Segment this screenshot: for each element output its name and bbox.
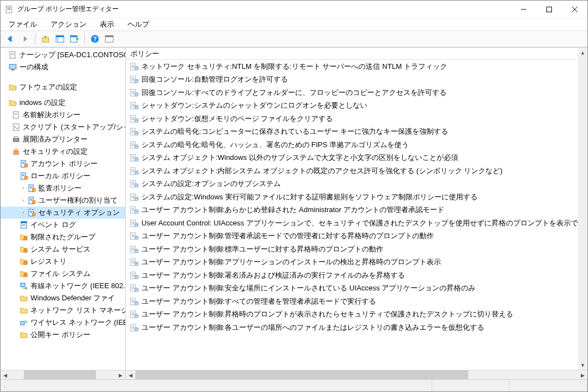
tree-item[interactable]: indows の設定 <box>1 97 125 109</box>
svg-point-50 <box>32 213 36 216</box>
tree-expander-icon[interactable]: › <box>19 209 27 217</box>
status-segment-2 <box>510 380 587 391</box>
tree-item[interactable]: セキュリティの設定 <box>1 145 125 158</box>
scroll-right-icon[interactable]: ▶ <box>116 370 125 379</box>
tree-item[interactable]: 展開済みプリンター <box>1 133 125 145</box>
list-item[interactable]: ユーザー アカウント制御:署名済みおよび検証済みの実行ファイルのみを昇格する <box>126 269 587 282</box>
tree-item[interactable]: 有線ネットワーク (IEEE 802.3 <box>1 280 125 292</box>
show-hide-tree-button[interactable] <box>53 32 67 46</box>
svg-rect-52 <box>21 222 27 223</box>
list-item[interactable]: ユーザー アカウント制御:各ユーザーの場所へのファイルまたはレジストリの書き込み… <box>126 321 587 334</box>
list-item[interactable]: システム オブジェクト:Windows 以外のサブシステムで大文字と小文字の区別… <box>126 152 587 165</box>
nav-back-button[interactable] <box>4 32 17 46</box>
list-hscrollbar[interactable]: ◀ ▶ <box>126 370 587 379</box>
policy-icon <box>19 172 28 180</box>
svg-rect-65 <box>131 67 134 68</box>
scroll-left-icon[interactable]: ◀ <box>1 370 10 379</box>
tree-hscroll-thumb[interactable] <box>24 370 96 379</box>
tree-item[interactable]: フトウェアの設定 <box>1 81 125 93</box>
list-item-label: システム オブジェクト:Windows 以外のサブシステムで大文字と小文字の区別… <box>141 153 458 163</box>
svg-rect-48 <box>30 211 32 212</box>
up-level-button[interactable] <box>39 32 52 46</box>
scroll-up-icon[interactable]: ▲ <box>578 48 587 57</box>
nav-forward-button[interactable] <box>18 32 32 46</box>
menu-help[interactable]: ヘルプ <box>124 18 153 31</box>
list-item[interactable]: システムの暗号化:コンピューターに保存されているユーザー キーに強力なキー保護を… <box>126 125 587 139</box>
svg-point-46 <box>32 200 36 204</box>
export-list-button[interactable] <box>68 32 81 46</box>
scroll-right-icon[interactable]: ▶ <box>578 370 587 379</box>
list-item[interactable]: 回復コンソール:自動管理ログオンを許可する <box>126 73 587 87</box>
svg-rect-79 <box>135 94 138 94</box>
svg-rect-111 <box>131 169 134 170</box>
svg-rect-154 <box>131 262 134 262</box>
tree-item[interactable]: システム サービス <box>1 243 125 255</box>
menu-view[interactable]: 表示 <box>97 18 118 31</box>
list-vscrollbar[interactable]: ▲ ▼ <box>578 48 587 370</box>
list-item[interactable]: ユーザー アカウント制御:あらかじめ登録された Administrator アカ… <box>126 204 587 217</box>
menu-action[interactable]: アクション <box>47 18 90 31</box>
scroll-left-icon[interactable]: ◀ <box>126 370 135 379</box>
tree-item[interactable]: ワイヤレス ネットワーク (IEEE ８ <box>1 316 125 329</box>
policy-icon <box>27 196 36 205</box>
tree-item[interactable]: 公開キー ポリシー <box>1 329 125 341</box>
tree-item[interactable]: アカウント ポリシー <box>1 158 125 170</box>
list-item[interactable]: 回復コンソール:すべてのドライブとフォルダーに、フロッピーのコピーとアクセスを許… <box>126 86 587 99</box>
list-item[interactable]: ユーザー アカウント制御:管理者承認モードでの管理者に対する昇格時のプロンプトの… <box>126 230 587 243</box>
tree-item[interactable]: ナーシップ [SEA-DC1.CONTOSCO <box>1 49 125 61</box>
tree-item[interactable]: ›セキュリティ オプション <box>1 207 125 219</box>
list-item[interactable]: システム オブジェクト:内部システム オブジェクトの既定のアクセス許可を強化する… <box>126 164 587 178</box>
menu-file[interactable]: ファイル <box>5 18 40 31</box>
svg-rect-82 <box>131 105 134 105</box>
svg-rect-24 <box>14 113 17 114</box>
list-item[interactable]: ユーザー アカウント制御:標準ユーザーに対する昇格時のプロンプトの動作 <box>126 243 587 256</box>
list-item[interactable]: システムの設定:オプションのサブシステム <box>126 178 587 191</box>
svg-rect-105 <box>131 156 134 157</box>
list-item-label: ユーザー アカウント制御:昇格時のプロンプトが表示されたらセキュリティで保護され… <box>141 309 513 319</box>
list-hscroll-thumb[interactable] <box>135 370 468 379</box>
svg-rect-45 <box>30 200 32 200</box>
tree-hscrollbar[interactable]: ◀ ▶ <box>1 370 125 379</box>
list-item[interactable]: システムの暗号化:暗号化、ハッシュ、署名のための FIPS 準拠アルゴリズムを使… <box>126 138 587 152</box>
tree-expander-icon <box>12 172 19 180</box>
svg-rect-55 <box>24 238 27 240</box>
tree-view[interactable]: ナーシップ [SEA-DC1.CONTOSCOーの構成フトウェアの設定indow… <box>1 48 125 370</box>
list-view[interactable]: ネットワーク セキュリティ:NTLM を制限する:リモート サーバーへの送信 N… <box>126 60 587 370</box>
help-button[interactable]: ? <box>88 32 102 46</box>
list-item[interactable]: ユーザー アカウント制御:安全な場所にインストールされている UIAccess … <box>126 282 587 295</box>
tree-item[interactable]: ネットワーク リスト マネージャー <box>1 304 125 316</box>
tree-item[interactable]: ーの構成 <box>1 61 125 73</box>
tree-item[interactable]: 制限されたグループ <box>1 231 125 243</box>
extra-view-button[interactable] <box>103 32 116 46</box>
close-button[interactable] <box>562 1 587 18</box>
list-item[interactable]: ネットワーク セキュリティ:NTLM を制限する:リモート サーバーへの送信 N… <box>126 60 587 73</box>
tree-item[interactable]: 名前解決ポリシー <box>1 109 125 121</box>
tree-item[interactable]: レジストリ <box>1 255 125 268</box>
tree-expander-icon <box>4 123 12 131</box>
tree-item[interactable]: ›監査ポリシー <box>1 182 125 194</box>
list-item[interactable]: ユーザー アカウント制御:アプリケーションのインストールの検出と昇格時のプロンプ… <box>126 256 587 269</box>
maximize-button[interactable] <box>536 1 562 18</box>
tree-expander-icon[interactable]: › <box>19 184 27 192</box>
svg-rect-97 <box>135 133 138 133</box>
tree-expander-icon[interactable]: › <box>19 197 27 204</box>
tree-item[interactable]: ›ユーザー権利の割り当て <box>1 194 125 207</box>
svg-rect-93 <box>131 130 134 130</box>
list-column-header[interactable]: ポリシー <box>126 48 587 60</box>
minimize-button[interactable] <box>511 1 536 18</box>
list-item[interactable]: システムの設定:Windows 実行可能ファイルに対する証明書規則をソフトウェア… <box>126 190 587 204</box>
list-item[interactable]: ユーザー アカウント制御:昇格時のプロンプトが表示されたらセキュリティで保護され… <box>126 308 587 321</box>
svg-point-29 <box>18 139 19 140</box>
list-item[interactable]: User Account Control: UIAccess アプリケーションで… <box>126 217 587 230</box>
list-item[interactable]: シャットダウン:仮想メモリのページ ファイルをクリアする <box>126 112 587 125</box>
tree-item[interactable]: スクリプト (スタートアップ/シャットダ <box>1 121 125 133</box>
list-item[interactable]: ユーザー アカウント制御:すべての管理者を管理者承認モードで実行する <box>126 295 587 308</box>
tree-item[interactable]: Windows Defender ファイ <box>1 292 125 304</box>
tree-item[interactable]: イベント ログ <box>1 219 125 231</box>
tree-item[interactable]: ローカル ポリシー <box>1 170 125 182</box>
tree-expander-icon <box>4 135 12 143</box>
svg-rect-28 <box>14 137 18 138</box>
scroll-down-icon[interactable]: ▼ <box>578 360 587 370</box>
list-item[interactable]: シャットダウン:システムのシャットダウンにログオンを必要としない <box>126 99 587 113</box>
tree-item[interactable]: ファイル システム <box>1 268 125 280</box>
